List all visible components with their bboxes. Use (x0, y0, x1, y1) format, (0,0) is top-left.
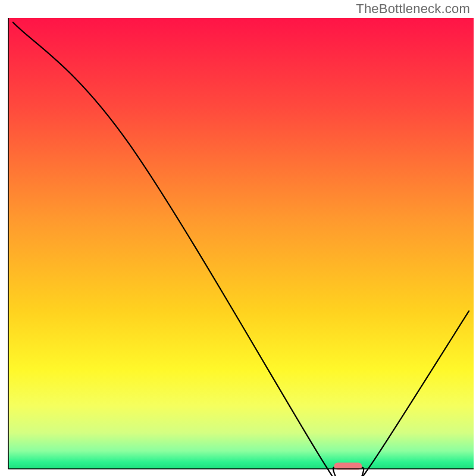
watermark-text: TheBottleneck.com (356, 1, 470, 17)
bottleneck-chart: TheBottleneck.com (0, 0, 476, 476)
chart-svg (0, 0, 476, 476)
gradient-background (8, 18, 474, 469)
